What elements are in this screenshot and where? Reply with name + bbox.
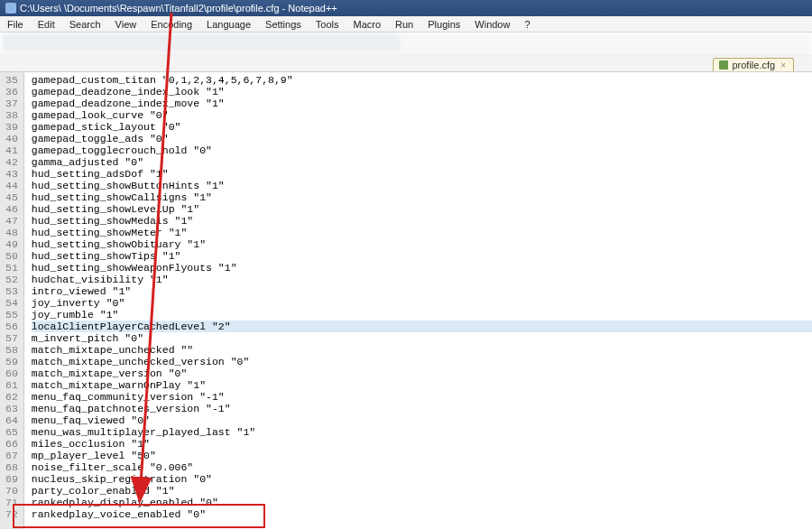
toolbar-button[interactable] [381, 34, 399, 51]
code-line[interactable]: rankedplay_voice_enabled "0" [32, 508, 812, 520]
code-line[interactable]: hud_setting_showButtonHints "1" [32, 180, 812, 191]
toolbar-button[interactable] [23, 34, 42, 51]
line-number: 52 [5, 274, 18, 285]
code-line[interactable]: menu_faq_community_version "-1" [32, 391, 812, 403]
menu-view[interactable]: View [108, 16, 144, 32]
menu-window[interactable]: Window [467, 16, 517, 32]
code-line[interactable]: gamepad_toggle_ads "0" [32, 133, 812, 144]
toolbar-button[interactable] [123, 34, 141, 51]
toolbar-button[interactable] [321, 34, 339, 51]
toolbar-button[interactable] [341, 34, 359, 51]
toolbar-button[interactable] [4, 34, 22, 51]
code-line[interactable]: gamepad_custom_titan "0,1,2,3,4,5,6,7,8,… [32, 74, 812, 86]
menu-search[interactable]: Search [62, 16, 108, 32]
app-icon [5, 3, 16, 14]
menu-tools[interactable]: Tools [309, 16, 346, 32]
toolbar-button[interactable] [43, 34, 61, 51]
code-line[interactable]: hud_setting_showCallsigns "1" [32, 191, 812, 203]
code-line[interactable]: gamepad_togglecrouch_hold "0" [32, 144, 812, 156]
toolbar [0, 33, 812, 54]
code-line[interactable]: hud_setting_showTips "1" [32, 250, 812, 262]
toolbar-button[interactable] [202, 34, 220, 51]
line-number: 67 [5, 450, 18, 461]
code-line[interactable]: miles_occlusion "1" [32, 438, 812, 450]
code-line[interactable]: match_mixtape_version "0" [32, 367, 812, 379]
line-number: 48 [5, 227, 18, 238]
code-line[interactable]: joy_rumble "1" [32, 309, 812, 321]
line-number: 46 [5, 203, 18, 215]
tab-profile-cfg[interactable]: profile.cfg × [713, 58, 794, 71]
code-line[interactable]: hud_setting_showMedals "1" [32, 215, 812, 227]
toolbar-button[interactable] [143, 34, 161, 51]
toolbar-button[interactable] [281, 34, 300, 51]
menu-settings[interactable]: Settings [258, 16, 309, 32]
toolbar-button[interactable] [222, 34, 240, 51]
code-line[interactable]: menu_faq_patchnotes_version "-1" [32, 403, 812, 414]
menu-edit[interactable]: Edit [31, 16, 62, 32]
title-bar: C:\Users\ \Documents\Respawn\Titanfall2\… [0, 0, 812, 16]
code-line[interactable]: gamepad_look_curve "0" [32, 109, 812, 121]
line-number: 61 [5, 379, 18, 391]
toolbar-button[interactable] [162, 34, 180, 51]
line-number: 70 [5, 485, 18, 497]
menu-macro[interactable]: Macro [346, 16, 388, 32]
code-line[interactable]: hud_setting_showObituary "1" [32, 238, 812, 250]
code-line[interactable]: match_mixtape_unchecked_version "0" [32, 356, 812, 367]
code-line[interactable]: hud_setting_adsDof "1" [32, 168, 812, 180]
code-line[interactable]: hudchat_visibility "1" [32, 274, 812, 285]
code-line[interactable]: mp_player_level "50" [32, 450, 812, 461]
line-number: 71 [5, 497, 18, 508]
code-line[interactable]: intro_viewed "1" [32, 285, 812, 297]
menu-run[interactable]: Run [388, 16, 420, 32]
code-line[interactable]: match_mixtape_unchecked "" [32, 344, 812, 356]
line-number: 56 [5, 321, 18, 332]
menu-encoding[interactable]: Encoding [143, 16, 199, 32]
code-line[interactable]: localClientPlayerCachedLevel "2" [32, 321, 812, 332]
line-number: 58 [5, 344, 18, 356]
code-line[interactable]: gamma_adjusted "0" [32, 156, 812, 168]
line-number: 36 [5, 86, 18, 98]
tab-bar: profile.cfg × [0, 54, 812, 72]
line-number: 37 [5, 98, 18, 109]
toolbar-button[interactable] [262, 34, 280, 51]
line-number: 65 [5, 426, 18, 438]
code-line[interactable]: hud_setting_showWeaponFlyouts "1" [32, 262, 812, 274]
line-number: 69 [5, 473, 18, 485]
code-line[interactable]: gamepad_deadzone_index_look "1" [32, 86, 812, 98]
code-line[interactable]: menu_was_multiplayer_played_last "1" [32, 426, 812, 438]
toolbar-button[interactable] [63, 34, 81, 51]
code-line[interactable]: rankedplay_display_enabled "0" [32, 497, 812, 508]
line-number: 40 [5, 133, 18, 144]
toolbar-button[interactable] [83, 34, 101, 51]
code-line[interactable]: hud_setting_showLevelUp "1" [32, 203, 812, 215]
code-line[interactable]: m_invert_pitch "0" [32, 332, 812, 344]
line-number: 50 [5, 250, 18, 262]
code-line[interactable]: gamepad_deadzone_index_move "1" [32, 98, 812, 109]
code-line[interactable]: nucleus_skip_registration "0" [32, 473, 812, 485]
menu-help[interactable]: ? [517, 16, 537, 32]
toolbar-button[interactable] [242, 34, 260, 51]
code-line[interactable]: match_mixtape_warnOnPlay "1" [32, 379, 812, 391]
editor-area[interactable]: 3536373839404142434445464748495051525354… [0, 72, 812, 529]
toolbar-button[interactable] [301, 34, 319, 51]
code-line[interactable]: party_color_enabled "1" [32, 485, 812, 497]
code-line[interactable]: hud_setting_showMeter "1" [32, 227, 812, 238]
code-line[interactable]: joy_inverty "0" [32, 297, 812, 309]
toolbar-button[interactable] [103, 34, 121, 51]
line-number: 39 [5, 121, 18, 133]
line-number: 44 [5, 180, 18, 191]
code-line[interactable]: noise_filter_scale "0.006" [32, 461, 812, 473]
code-line[interactable]: menu_faq_viewed "0" [32, 414, 812, 426]
line-number: 49 [5, 238, 18, 250]
toolbar-button[interactable] [182, 34, 200, 51]
line-number: 43 [5, 168, 18, 180]
toolbar-button[interactable] [361, 34, 379, 51]
line-number: 60 [5, 367, 18, 379]
menu-language[interactable]: Language [199, 16, 258, 32]
code-line[interactable]: gamepad_stick_layout "0" [32, 121, 812, 133]
menu-file[interactable]: File [0, 16, 31, 32]
line-number: 51 [5, 262, 18, 274]
close-icon[interactable]: × [779, 60, 788, 70]
menu-plugins[interactable]: Plugins [420, 16, 467, 32]
code-content[interactable]: gamepad_custom_titan "0,1,2,3,4,5,6,7,8,… [24, 72, 812, 529]
